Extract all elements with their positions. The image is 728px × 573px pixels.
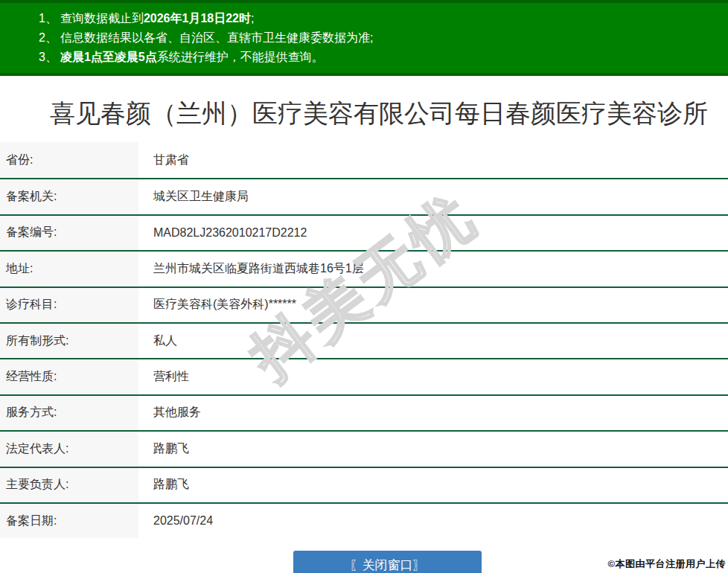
row-value: 营利性 [138,359,728,394]
row-value: 医疗美容科(美容外科)****** [138,288,728,322]
row-value: 城关区卫生健康局 [138,179,728,214]
row-value: 私人 [138,324,728,358]
table-row-clinical-departments: 诊疗科目: 医疗美容科(美容外科)****** [0,286,728,322]
page-title: 喜见春颜（兰州）医疗美容有限公司每日春颜医疗美容诊所 [0,97,728,129]
uploaded-by-user-note: ©本图由平台注册用户上传 [607,557,726,571]
table-row-filing-date: 备案日期: 2025/07/24 [0,502,728,538]
notice-text: 查询数据截止到 [60,12,144,25]
notice-text: 信息数据结果以各省、自治区、直辖市卫生健康委数据为准; [60,31,373,44]
table-row-operating-nature: 经营性质: 营利性 [0,358,728,394]
notice-text-bold: 凌晨1点至凌晨5点 [60,51,157,63]
notice-line-1: 1、查询数据截止到2026年1月18日22时; [39,9,713,28]
institution-info-table: 省份: 甘肃省 备案机关: 城关区卫生健康局 备案编号: MAD82LJ2362… [0,142,728,538]
row-label: 地址: [0,252,138,286]
table-row-ownership-form: 所有制形式: 私人 [0,322,728,358]
row-label: 省份: [0,142,138,178]
table-row-legal-representative: 法定代表人: 路鹏飞 [0,430,728,466]
row-label: 备案机关: [0,179,138,214]
row-label: 主要负责人: [0,468,138,502]
table-row-main-person-in-charge: 主要负责人: 路鹏飞 [0,467,728,502]
row-value: 甘肃省 [138,142,728,178]
notice-line-3: 3、凌晨1点至凌晨5点系统进行维护，不能提供查询。 [39,48,713,67]
notice-line-2: 2、信息数据结果以各省、自治区、直辖市卫生健康委数据为准; [39,28,713,48]
row-label: 经营性质: [0,359,138,394]
table-row-filing-number: 备案编号: MAD82LJ2362010217D2212 [0,214,728,250]
row-value: 兰州市城关区临夏路街道西城巷16号1层 [138,252,728,286]
row-label: 备案日期: [0,504,138,538]
row-value: MAD82LJ2362010217D2212 [138,216,728,250]
close-window-button[interactable]: 〖关闭窗口〗 [293,551,482,573]
row-value: 路鹏飞 [138,468,728,502]
row-value: 2025/07/24 [138,504,728,538]
notice-number: 1、 [39,12,57,25]
notice-text-bold: 2026年1月18日22时 [144,12,251,25]
row-label: 诊疗科目: [0,288,138,322]
table-row-filing-authority: 备案机关: 城关区卫生健康局 [0,178,728,214]
row-value: 其他服务 [138,396,728,430]
notice-text: ; [251,12,254,25]
row-label: 备案编号: [0,216,138,250]
notice-number: 3、 [39,51,57,63]
table-row-service-mode: 服务方式: 其他服务 [0,394,728,430]
row-label: 所有制形式: [0,324,138,358]
table-row-address: 地址: 兰州市城关区临夏路街道西城巷16号1层 [0,250,728,286]
row-label: 法定代表人: [0,432,138,466]
notice-bar: 1、查询数据截止到2026年1月18日22时; 2、信息数据结果以各省、自治区、… [0,0,728,76]
table-row-province: 省份: 甘肃省 [0,142,728,178]
notice-number: 2、 [39,31,57,44]
notice-text: 系统进行维护，不能提供查询。 [157,51,324,63]
row-label: 服务方式: [0,396,138,430]
row-value: 路鹏飞 [138,432,728,466]
